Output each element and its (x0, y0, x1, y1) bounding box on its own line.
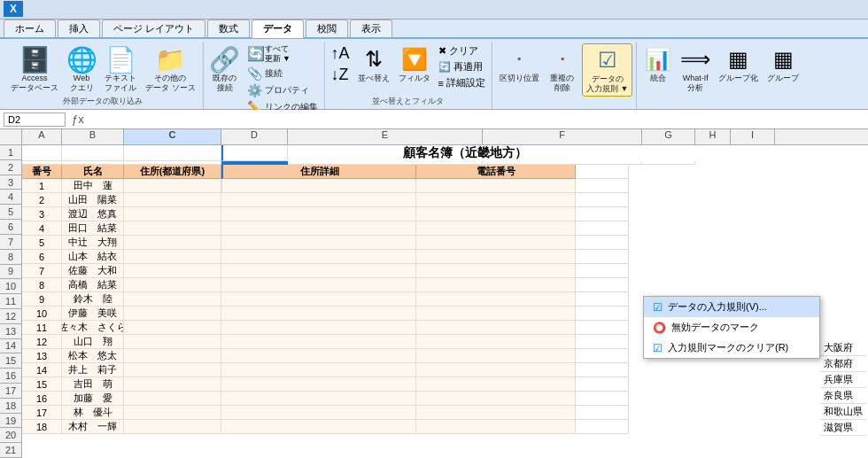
cell-reference-box[interactable]: D2 (4, 113, 66, 127)
row-header-14[interactable]: 14 (0, 339, 21, 354)
cell-b11[interactable]: 高橋 結菜 (62, 278, 124, 292)
cell-b3-header[interactable]: 氏名 (62, 165, 124, 179)
cell-g17[interactable] (576, 363, 629, 377)
text-file-button[interactable]: 📄 テキストファイル (101, 43, 140, 95)
cell-c16[interactable] (124, 349, 221, 363)
row-header-21[interactable]: 21 (0, 443, 21, 458)
cell-f7[interactable] (416, 221, 576, 236)
row-header-5[interactable]: 5 (0, 205, 21, 220)
cell-g5[interactable] (576, 193, 629, 207)
cell-c21[interactable] (124, 420, 221, 434)
reapply-button[interactable]: 🔄 再適用 (436, 59, 488, 74)
row-header-1[interactable]: 1 (0, 145, 21, 160)
cell-b18[interactable]: 吉田 萌 (62, 377, 124, 392)
cell-a11[interactable]: 8 (22, 278, 62, 292)
cell-e11[interactable] (221, 278, 416, 292)
tab-view[interactable]: 表示 (350, 19, 392, 37)
cell-e9[interactable] (221, 250, 416, 264)
row-header-7[interactable]: 7 (0, 235, 21, 250)
tab-review[interactable]: 校閲 (306, 19, 348, 37)
cell-c9[interactable] (124, 250, 221, 264)
tab-home[interactable]: ホーム (4, 19, 56, 37)
cell-f6[interactable] (416, 207, 576, 221)
cell-f17[interactable] (416, 363, 576, 377)
cell-b8[interactable]: 中辻 大翔 (62, 236, 124, 250)
cell-b15[interactable]: 山口 翔 (62, 335, 124, 349)
col-header-i[interactable]: I (731, 129, 775, 144)
cell-g4[interactable] (576, 179, 629, 193)
cell-g7[interactable] (576, 221, 629, 236)
col-header-b[interactable]: B (62, 129, 124, 144)
cell-e20[interactable] (221, 406, 416, 420)
col-header-e[interactable]: E (288, 129, 483, 144)
dropdown-item-clear-marks[interactable]: ☑ 入力規則マークのクリア(R) (644, 338, 819, 358)
tab-insert[interactable]: 挿入 (58, 19, 100, 37)
cell-g11[interactable] (576, 278, 629, 292)
cell-b21[interactable]: 木村 一輝 (62, 420, 124, 434)
cell-e17[interactable] (221, 363, 416, 377)
cell-a13[interactable]: 10 (22, 307, 62, 321)
cell-f21[interactable] (416, 420, 576, 434)
cell-f10[interactable] (416, 264, 576, 278)
cell-a20[interactable]: 17 (22, 406, 62, 420)
cell-c8[interactable] (124, 236, 221, 250)
sort-asc-button[interactable]: ↑A (329, 43, 353, 64)
cell-e13[interactable] (221, 307, 416, 321)
cell-e8[interactable] (221, 236, 416, 250)
tab-formulas[interactable]: 数式 (207, 19, 250, 37)
formula-input[interactable] (90, 114, 864, 125)
properties-button[interactable]: ⚙️ プロパティ (244, 82, 321, 98)
cell-e10[interactable] (221, 264, 416, 278)
cell-a3-header[interactable]: 番号 (22, 165, 62, 179)
access-database-button[interactable]: 🗄️ Accessデータベース (7, 43, 62, 95)
cell-g8[interactable] (576, 236, 629, 250)
row-header-8[interactable]: 8 (0, 250, 21, 265)
sort-desc-button[interactable]: ↓Z (329, 65, 353, 85)
row-header-15[interactable]: 15 (0, 353, 21, 369)
cell-b5[interactable]: 山田 陽菜 (62, 193, 124, 207)
cell-c3-header[interactable]: 住所(都道府県) (124, 165, 221, 179)
row-header-13[interactable]: 13 (0, 324, 21, 339)
row-header-17[interactable]: 17 (0, 384, 21, 399)
group2-button[interactable]: ▦ グループ (763, 43, 802, 85)
cell-e7[interactable] (221, 221, 416, 236)
cell-f20[interactable] (416, 406, 576, 420)
cell-b14[interactable]: 佐々木 さくら (62, 321, 124, 335)
cell-a10[interactable]: 7 (22, 264, 62, 278)
row-header-9[interactable]: 9 (0, 265, 21, 280)
cell-c7[interactable] (124, 221, 221, 236)
cell-b9[interactable]: 山本 結衣 (62, 250, 124, 264)
cell-g18[interactable] (576, 377, 629, 392)
cell-e19[interactable] (221, 392, 416, 406)
cell-a7[interactable]: 4 (22, 221, 62, 236)
remove-duplicates-button[interactable]: ⬝ 重複の削除 (545, 43, 580, 95)
web-query-button[interactable]: 🌐 Webクエリ (64, 43, 99, 95)
tab-data[interactable]: データ (252, 19, 304, 38)
other-sources-button[interactable]: 📁 その他のデータ ソース (142, 43, 199, 95)
cell-e3-header[interactable]: 住所詳細 (221, 165, 416, 179)
cell-c11[interactable] (124, 278, 221, 292)
cell-b4[interactable]: 田中 蓮 (62, 179, 124, 193)
cell-d1[interactable] (221, 145, 288, 161)
sort-button[interactable]: ⇅ 並べ替え (354, 43, 393, 85)
cell-c4[interactable] (124, 179, 221, 193)
row-header-11[interactable]: 11 (0, 294, 21, 309)
cell-b6[interactable]: 渡辺 悠真 (62, 207, 124, 221)
row-header-12[interactable]: 12 (0, 309, 21, 324)
cell-g9[interactable] (576, 250, 629, 264)
cell-a9[interactable]: 6 (22, 250, 62, 264)
cell-e14[interactable] (221, 321, 416, 335)
cell-c20[interactable] (124, 406, 221, 420)
cell-b17[interactable]: 井上 莉子 (62, 363, 124, 377)
cell-e4[interactable] (221, 179, 416, 193)
row-header-18[interactable]: 18 (0, 399, 21, 414)
cell-c6[interactable] (124, 207, 221, 221)
dropdown-item-validation[interactable]: ☑ データの入力規則(V)... (644, 297, 819, 317)
cell-e5[interactable] (221, 193, 416, 207)
cell-f18[interactable] (416, 377, 576, 392)
group-button[interactable]: ▦ グループ化 (715, 43, 762, 85)
row-header-6[interactable]: 6 (0, 220, 21, 235)
cell-b7[interactable]: 田口 結菜 (62, 221, 124, 236)
col-header-c[interactable]: C (124, 129, 221, 144)
cell-b12[interactable]: 鈴木 陸 (62, 292, 124, 307)
